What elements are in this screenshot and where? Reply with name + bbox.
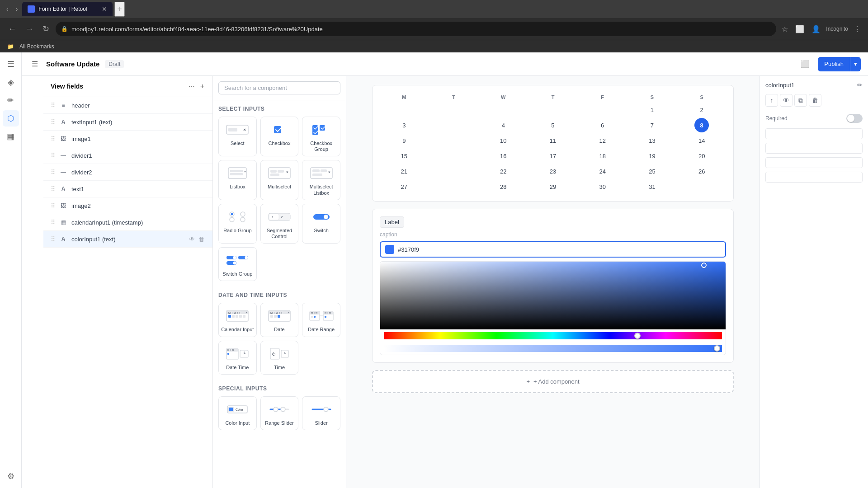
cal-day-1[interactable]: 1 <box>645 103 659 117</box>
component-checkbox[interactable]: Checkbox <box>260 117 299 156</box>
cal-day-27[interactable]: 27 <box>397 179 411 194</box>
drag-handle-colorInput1[interactable]: ⠿ <box>51 235 55 243</box>
cal-day-14[interactable]: 14 <box>694 133 709 148</box>
tab-nav-forward[interactable]: › <box>13 4 21 14</box>
preview-btn[interactable]: ⬜ <box>798 58 812 70</box>
cal-day-11[interactable]: 11 <box>546 133 560 148</box>
cal-day-19[interactable]: 19 <box>645 149 659 163</box>
cal-day-17[interactable]: 17 <box>546 149 560 163</box>
component-time[interactable]: ⏱ Time <box>260 341 299 375</box>
prop-duplicate-btn[interactable]: ⧉ <box>794 94 807 107</box>
grid-btn[interactable]: ⬡ <box>3 110 19 127</box>
cal-day-25[interactable]: 25 <box>645 164 659 178</box>
component-segmented-control[interactable]: 1 2 Segmented Control <box>260 204 299 244</box>
cal-day-4[interactable]: 4 <box>496 118 510 132</box>
drag-handle-image1[interactable]: ⠿ <box>51 135 55 142</box>
prop-input-2[interactable] <box>765 143 863 154</box>
prop-input-3[interactable] <box>765 157 863 168</box>
field-delete-textInput1[interactable]: 🗑 <box>198 118 205 127</box>
field-delete-calendarInput1[interactable]: 🗑 <box>198 218 205 227</box>
component-date-time[interactable]: M T W Date Time <box>218 341 257 375</box>
component-listbox[interactable]: Listbox <box>218 160 257 200</box>
cal-day-16[interactable]: 16 <box>496 149 510 163</box>
drag-handle-calendarInput1[interactable]: ⠿ <box>51 219 55 226</box>
field-item-colorInput1[interactable]: ⠿ A colorInput1 (text) 👁 🗑 <box>43 231 212 248</box>
field-delete-image1[interactable]: 🗑 <box>198 135 205 143</box>
prop-move-up-btn[interactable]: ↑ <box>765 94 778 107</box>
component-search-input[interactable] <box>218 81 340 94</box>
back-button[interactable]: ← <box>5 23 19 36</box>
hue-slider[interactable] <box>384 332 722 339</box>
drag-handle-textInput1[interactable]: ⠿ <box>51 118 55 126</box>
bookmark-star-button[interactable]: ☆ <box>780 23 790 35</box>
component-color-input[interactable]: Color Color Input <box>218 396 257 430</box>
cal-day-7[interactable]: 7 <box>645 118 659 132</box>
cal-day-5[interactable]: 5 <box>546 118 560 132</box>
field-delete-colorInput1[interactable]: 🗑 <box>198 235 205 244</box>
cal-day-9[interactable]: 9 <box>397 133 411 148</box>
add-component-button[interactable]: + + Add component <box>372 370 734 393</box>
component-date-range[interactable]: M T W M T W Date Range <box>302 303 340 337</box>
component-multiselect-listbox[interactable]: Multiselect Listbox <box>302 160 340 200</box>
color-input-field[interactable]: #3170f9 <box>380 241 726 258</box>
prop-input-4[interactable] <box>765 172 863 183</box>
add-field-btn[interactable]: + <box>199 81 205 91</box>
publish-dropdown-arrow[interactable]: ▾ <box>850 57 861 71</box>
field-delete-text1[interactable]: 🗑 <box>198 185 205 193</box>
component-date[interactable]: M T W T F Date <box>260 303 299 337</box>
prop-edit-icon[interactable]: ✏ <box>857 81 863 89</box>
field-delete-divider1[interactable]: 🗑 <box>198 151 205 160</box>
cal-day-20[interactable]: 20 <box>694 149 709 163</box>
field-item-calendarInput1[interactable]: ⠿ ▦ calendarInput1 (timestamp) 👁 🗑 <box>43 214 212 231</box>
color-picker-gradient[interactable] <box>380 262 726 329</box>
layers-btn[interactable]: ▦ <box>3 128 19 145</box>
component-select[interactable]: Select <box>218 117 257 156</box>
cal-day-26[interactable]: 26 <box>694 164 709 178</box>
reload-button[interactable]: ↻ <box>40 22 52 36</box>
new-tab-button[interactable]: + <box>114 2 125 17</box>
browser-tab-active[interactable]: Form Editor | Retool ✕ <box>22 2 113 16</box>
field-item-image1[interactable]: ⠿ 🖼 image1 🗑 <box>43 131 212 147</box>
field-delete-image2[interactable]: 🗑 <box>198 202 205 210</box>
field-item-header[interactable]: ⠿ ≡ header 🗑 <box>43 97 212 114</box>
cal-day-31[interactable]: 31 <box>645 179 659 194</box>
cal-day-29[interactable]: 29 <box>546 179 560 194</box>
color-picker[interactable] <box>380 261 726 355</box>
component-range-slider[interactable]: Range Slider <box>260 396 299 430</box>
field-item-image2[interactable]: ⠿ 🖼 image2 🗑 <box>43 197 212 214</box>
component-checkbox-group[interactable]: Checkbox Group <box>302 117 340 156</box>
cal-day-28[interactable]: 28 <box>496 179 510 194</box>
prop-delete-btn[interactable]: 🗑 <box>809 94 821 107</box>
cal-day-2[interactable]: 2 <box>694 103 709 117</box>
opacity-slider[interactable] <box>384 345 722 352</box>
drag-handle-image2[interactable]: ⠿ <box>51 202 55 209</box>
cal-day-12[interactable]: 12 <box>595 133 610 148</box>
field-hide-textInput1[interactable]: 👁 <box>188 118 196 127</box>
component-switch[interactable]: Switch <box>302 204 340 244</box>
tab-nav-back[interactable]: ‹ <box>4 4 11 14</box>
field-item-textInput1[interactable]: ⠿ A textInput1 (text) 👁 🗑 <box>43 114 212 131</box>
component-multiselect[interactable]: Multiselect <box>260 160 299 200</box>
cal-day-13[interactable]: 13 <box>645 133 659 148</box>
field-hide-calendarInput1[interactable]: 👁 <box>188 218 196 227</box>
cal-day-6[interactable]: 6 <box>595 118 610 132</box>
prop-hide-btn[interactable]: 👁 <box>780 94 793 107</box>
cal-day-30[interactable]: 30 <box>595 179 610 194</box>
cal-day-22[interactable]: 22 <box>496 164 510 178</box>
cal-day-24[interactable]: 24 <box>595 164 610 178</box>
publish-button[interactable]: Publish ▾ <box>818 57 861 71</box>
cal-day-21[interactable]: 21 <box>397 164 411 178</box>
cal-day-23[interactable]: 23 <box>546 164 560 178</box>
field-item-divider1[interactable]: ⠿ — divider1 🗑 <box>43 147 212 164</box>
cal-day-10[interactable]: 10 <box>496 133 510 148</box>
cal-day-15[interactable]: 15 <box>397 149 411 163</box>
component-radio-group[interactable]: Radio Group <box>218 204 257 244</box>
field-delete-header[interactable]: 🗑 <box>198 101 205 110</box>
component-calendar-input[interactable]: M T W T F Calendar Input <box>218 303 257 337</box>
component-switch-group[interactable]: Switch Group <box>218 247 257 281</box>
forward-button[interactable]: → <box>23 23 36 36</box>
share-btn[interactable]: ◈ <box>3 74 19 90</box>
edit-btn[interactable]: ✏ <box>3 92 19 108</box>
more-button[interactable]: ⋮ <box>852 23 863 35</box>
cast-button[interactable]: ⬜ <box>793 23 806 35</box>
